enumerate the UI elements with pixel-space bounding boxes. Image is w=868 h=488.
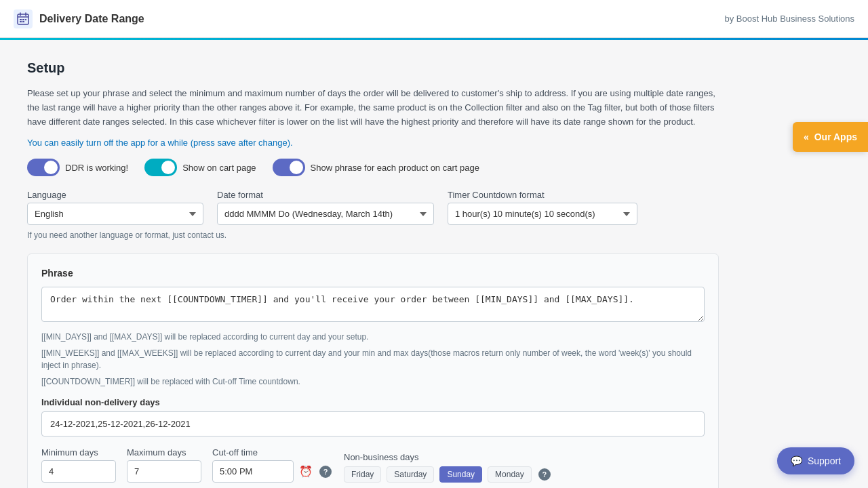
cutoff-info-icon[interactable]: ?	[318, 464, 333, 479]
timer-format-select[interactable]: 1 hour(s) 10 minute(s) 10 second(s) HH:M…	[448, 203, 637, 225]
selects-row: Language English French German Spanish D…	[27, 190, 719, 225]
phrase-hint-1: [[MIN_DAYS]] and [[MAX_DAYS]] will be re…	[41, 331, 705, 343]
max-days-input[interactable]	[127, 460, 201, 483]
toggle-show-cart-switch[interactable]	[144, 159, 177, 176]
min-days-label: Minimum days	[41, 447, 116, 458]
language-label: Language	[27, 190, 203, 200]
toggles-row: DDR is working! Show on cart page Show p…	[27, 159, 719, 176]
support-label: Support	[808, 455, 841, 466]
app-title: Delivery Date Range	[39, 13, 144, 25]
svg-rect-4	[20, 19, 22, 20]
support-button[interactable]: 💬 Support	[777, 447, 854, 474]
max-days-group: Maximum days	[127, 447, 201, 483]
non-delivery-label: Individual non-delivery days	[41, 397, 705, 407]
language-field-group: Language English French German Spanish	[27, 190, 203, 225]
days-fields-grid: Minimum days Maximum days Cut-off time ⏰…	[41, 447, 705, 483]
page-title: Setup	[27, 60, 719, 76]
nb-days-label: Non-business days	[344, 452, 552, 462]
turn-off-link[interactable]: You can easily turn off the app for a wh…	[27, 138, 293, 148]
phrase-hint-3: [[COUNTDOWN_TIMER]] will be replaced wit…	[41, 375, 705, 388]
nb-days-info-icon[interactable]: ?	[537, 467, 552, 482]
min-days-input[interactable]	[41, 460, 116, 483]
time-input-row: ⏰ ?	[212, 460, 333, 483]
non-delivery-input[interactable]	[41, 411, 705, 436]
toggle-show-phrase-slider	[273, 159, 305, 176]
app-logo	[14, 9, 33, 28]
date-format-label: Date format	[217, 190, 434, 200]
svg-rect-6	[25, 19, 26, 20]
toggle-show-phrase-switch[interactable]	[273, 159, 305, 176]
header-left: Delivery Date Range	[14, 9, 144, 28]
toggle-show-phrase: Show phrase for each product on cart pag…	[273, 159, 479, 176]
toggle-ddr-label: DDR is working!	[65, 163, 128, 173]
svg-rect-8	[22, 21, 24, 22]
toggle-ddr: DDR is working!	[27, 159, 128, 176]
phrase-card: Phrase Order within the next [[COUNTDOWN…	[27, 253, 719, 488]
our-apps-chevron-icon: «	[804, 131, 809, 142]
svg-rect-5	[22, 19, 24, 20]
lang-note: If you need another language or format, …	[27, 230, 719, 240]
cutoff-label: Cut-off time	[212, 447, 333, 458]
main-content: Setup Please set up your phrase and sele…	[0, 40, 746, 488]
day-friday[interactable]: Friday	[344, 466, 381, 483]
day-sunday[interactable]: Sunday	[439, 466, 482, 483]
min-days-group: Minimum days	[41, 447, 116, 483]
toggle-ddr-switch[interactable]	[27, 159, 60, 176]
nb-days-row: Friday Saturday Sunday Monday ?	[344, 466, 552, 483]
toggle-show-phrase-label: Show phrase for each product on cart pag…	[311, 163, 479, 173]
date-format-select[interactable]: dddd MMMM Do (Wednesday, March 14th) DD/…	[217, 203, 434, 225]
date-format-field-group: Date format dddd MMMM Do (Wednesday, Mar…	[217, 190, 434, 225]
nb-days-group: Non-business days Friday Saturday Sunday…	[344, 452, 552, 483]
toggle-ddr-slider	[27, 159, 60, 176]
nb-info-circle: ?	[538, 468, 551, 481]
phrase-card-title: Phrase	[41, 268, 705, 279]
our-apps-button[interactable]: « Our Apps	[793, 122, 868, 152]
toggle-show-cart-label: Show on cart page	[182, 163, 256, 173]
cutoff-clock-icon[interactable]: ⏰	[298, 464, 314, 479]
setup-description: Please set up your phrase and select the…	[27, 87, 719, 129]
language-select[interactable]: English French German Spanish	[27, 203, 203, 225]
info-circle: ?	[319, 466, 332, 478]
svg-rect-7	[20, 21, 22, 22]
day-monday[interactable]: Monday	[488, 466, 532, 483]
timer-format-field-group: Timer Countdown format 1 hour(s) 10 minu…	[448, 190, 637, 225]
app-header: Delivery Date Range by Boost Hub Busines…	[0, 0, 868, 38]
toggle-show-cart-slider	[144, 159, 177, 176]
max-days-label: Maximum days	[127, 447, 201, 458]
our-apps-label: Our Apps	[814, 131, 857, 142]
timer-format-label: Timer Countdown format	[448, 190, 637, 200]
cutoff-time-input[interactable]	[212, 460, 294, 483]
cutoff-group: Cut-off time ⏰ ?	[212, 447, 333, 483]
toggle-show-cart: Show on cart page	[144, 159, 256, 176]
header-byline: by Boost Hub Business Solutions	[725, 14, 855, 24]
phrase-textarea[interactable]: Order within the next [[COUNTDOWN_TIMER]…	[41, 287, 705, 322]
day-saturday[interactable]: Saturday	[387, 466, 434, 483]
phrase-hint-2: [[MIN_WEEKS]] and [[MAX_WEEKS]] will be …	[41, 347, 705, 371]
support-chat-icon: 💬	[791, 455, 802, 466]
